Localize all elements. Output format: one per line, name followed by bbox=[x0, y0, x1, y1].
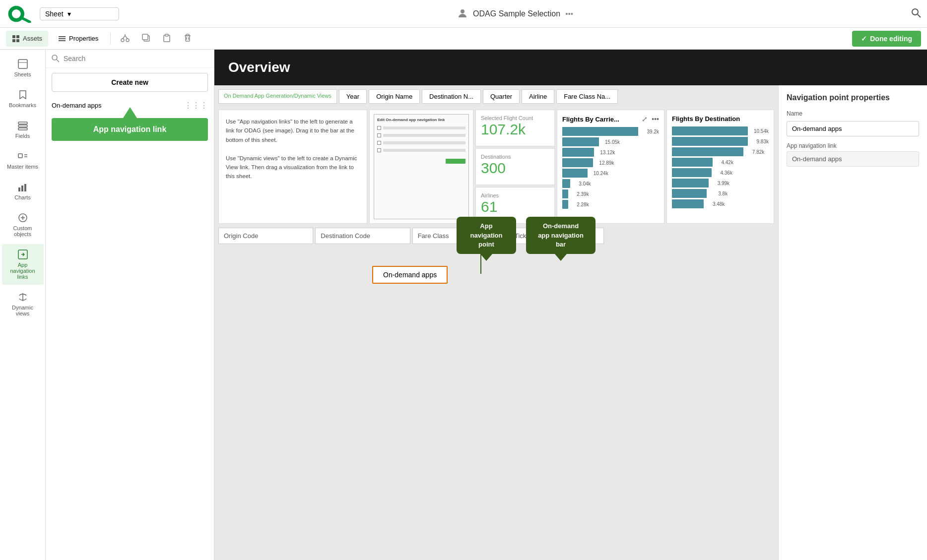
green-arrow bbox=[123, 107, 137, 118]
name-input[interactable] bbox=[787, 121, 919, 136]
search-icon[interactable] bbox=[911, 8, 921, 19]
bar-row: 3.04k bbox=[562, 179, 659, 188]
kpi-airlines-value: 61 bbox=[481, 198, 549, 215]
assets-label: Assets bbox=[23, 35, 42, 42]
search-input[interactable] bbox=[64, 55, 208, 62]
delete-button[interactable] bbox=[179, 30, 196, 47]
kpi-airlines-label: Airlines bbox=[481, 192, 549, 198]
svg-rect-29 bbox=[18, 125, 27, 127]
expand-icon[interactable]: ⤢ bbox=[642, 115, 648, 123]
svg-rect-8 bbox=[12, 39, 15, 42]
filter-chip-quarter[interactable]: Quarter bbox=[483, 89, 520, 104]
on-demand-section-label: On-demand apps bbox=[52, 102, 101, 109]
tooltip-arrow-line bbox=[480, 254, 481, 274]
bar bbox=[672, 126, 748, 135]
bar-row: 3.48k bbox=[672, 199, 769, 208]
filter-chip-destination-n[interactable]: Destination N... bbox=[422, 89, 481, 104]
create-new-button[interactable]: Create new bbox=[52, 73, 208, 92]
odag-preview-title: Edit On-demand app navigation link bbox=[377, 118, 465, 122]
sidebar-item-sheets[interactable]: Sheets bbox=[2, 54, 44, 82]
tab-assets[interactable]: Assets bbox=[6, 31, 48, 47]
bar bbox=[672, 179, 709, 187]
fields-icon bbox=[17, 120, 28, 131]
filter-origin-code[interactable]: Origin Code bbox=[218, 228, 313, 244]
bar-label: 2.28k bbox=[571, 202, 589, 207]
text-content-1: Use "App navigation links" to the left t… bbox=[226, 117, 360, 144]
content-area: Overview On Demand App Generation/Dynami… bbox=[214, 50, 927, 560]
main-layout: Sheets Bookmarks Fields Master items Cha… bbox=[0, 50, 927, 560]
odag-link[interactable]: On Demand App Generation/Dynamic Views bbox=[218, 89, 337, 104]
filter-bar: On Demand App Generation/Dynamic Views Y… bbox=[214, 85, 778, 108]
sheet-selector[interactable]: Sheet ▾ bbox=[40, 7, 119, 20]
svg-rect-36 bbox=[24, 184, 26, 191]
bar-row: 3.8k bbox=[672, 189, 769, 198]
svg-rect-28 bbox=[18, 122, 27, 124]
odag-checkbox1 bbox=[377, 126, 381, 130]
app-nav-link-label: App navigation link bbox=[787, 142, 919, 149]
charts-label: Charts bbox=[14, 194, 30, 200]
sidebar-item-app-nav-links[interactable]: App navigation links bbox=[2, 244, 44, 285]
bookmarks-icon bbox=[17, 89, 28, 100]
paste-button[interactable] bbox=[158, 30, 175, 47]
bar-row: 12.89k bbox=[562, 158, 659, 167]
filter-chip-year[interactable]: Year bbox=[339, 89, 367, 104]
copy-button[interactable] bbox=[137, 30, 154, 47]
custom-objects-icon bbox=[17, 212, 28, 223]
odag-checkbox4 bbox=[377, 148, 381, 152]
svg-point-40 bbox=[52, 55, 57, 60]
cut-button[interactable] bbox=[117, 30, 133, 47]
search-icon bbox=[52, 55, 60, 62]
bar bbox=[672, 168, 712, 177]
topbar-right bbox=[911, 8, 921, 19]
tab-properties[interactable]: Properties bbox=[52, 31, 104, 47]
svg-point-3 bbox=[461, 9, 464, 13]
text-content-2: Use "Dynamic views" to the left to creat… bbox=[226, 154, 360, 181]
topbar: Sheet ▾ ODAG Sample Selection ••• bbox=[0, 0, 927, 28]
bar-row: 4.36k bbox=[672, 168, 769, 177]
bar-row: 10.54k bbox=[672, 126, 769, 135]
sidebar-item-fields[interactable]: Fields bbox=[2, 115, 44, 144]
bar-label: 10.54k bbox=[751, 128, 769, 134]
drag-handle-icon: ⋮⋮⋮ bbox=[184, 101, 208, 110]
sidebar-item-master-items[interactable]: Master items bbox=[2, 146, 44, 175]
right-panel: Navigation point properties Name App nav… bbox=[778, 85, 927, 560]
kpi-destinations: Destinations 300 bbox=[475, 148, 555, 185]
svg-point-4 bbox=[912, 9, 918, 15]
odag-row3 bbox=[377, 141, 465, 145]
sidebar-item-bookmarks[interactable]: Bookmarks bbox=[2, 84, 44, 113]
bar-label: 2.39k bbox=[571, 191, 589, 197]
person-icon bbox=[457, 7, 468, 20]
odag-checkbox2 bbox=[377, 133, 381, 137]
sheet-header: Overview bbox=[214, 50, 927, 85]
filter-chip-origin-name[interactable]: Origin Name bbox=[369, 89, 420, 104]
bar-label: 10.24k bbox=[591, 171, 608, 176]
filter-chip-airline[interactable]: Airline bbox=[522, 89, 554, 104]
bar bbox=[672, 189, 707, 198]
bar bbox=[562, 189, 568, 198]
filter-chip-fare-class-na[interactable]: Fare Class Na... bbox=[556, 89, 618, 104]
more-chart-icon[interactable]: ••• bbox=[652, 115, 659, 123]
bar-chart-carriers: 39.2k 15.05k 13.12k 12.89k 10.24k 3.04k … bbox=[562, 127, 659, 209]
bar-label: 13.12k bbox=[597, 150, 615, 155]
bar-label: 3.99k bbox=[712, 181, 729, 186]
more-icon[interactable]: ••• bbox=[565, 9, 573, 18]
app-nav-links-icon bbox=[17, 249, 28, 260]
on-demand-apps-pill[interactable]: On-demand apps bbox=[372, 266, 448, 284]
bar-label: 7.82k bbox=[746, 149, 764, 155]
done-editing-label: Done editing bbox=[870, 35, 912, 43]
app-nav-link-button[interactable]: App navigation link bbox=[52, 118, 208, 141]
chevron-down-icon: ▾ bbox=[67, 10, 71, 18]
done-editing-button[interactable]: ✓ Done editing bbox=[852, 31, 921, 47]
svg-rect-6 bbox=[12, 35, 15, 38]
bar bbox=[562, 200, 568, 209]
kpi-flight-count: Selected Flight Count 107.2k bbox=[475, 110, 555, 146]
svg-rect-10 bbox=[59, 36, 66, 37]
sidebar-item-dynamic-views[interactable]: Dynamic views bbox=[2, 287, 44, 321]
sidebar-item-charts[interactable]: Charts bbox=[2, 177, 44, 205]
bar-row: 39.2k bbox=[562, 127, 659, 136]
sidebar-item-custom-objects[interactable]: Custom objects bbox=[2, 207, 44, 242]
odag-preview: Edit On-demand app navigation link bbox=[374, 114, 469, 219]
filter-destination-code[interactable]: Destination Code bbox=[315, 228, 410, 244]
on-demand-item: App navigation link bbox=[52, 118, 208, 141]
odag-save-btn bbox=[446, 159, 465, 164]
